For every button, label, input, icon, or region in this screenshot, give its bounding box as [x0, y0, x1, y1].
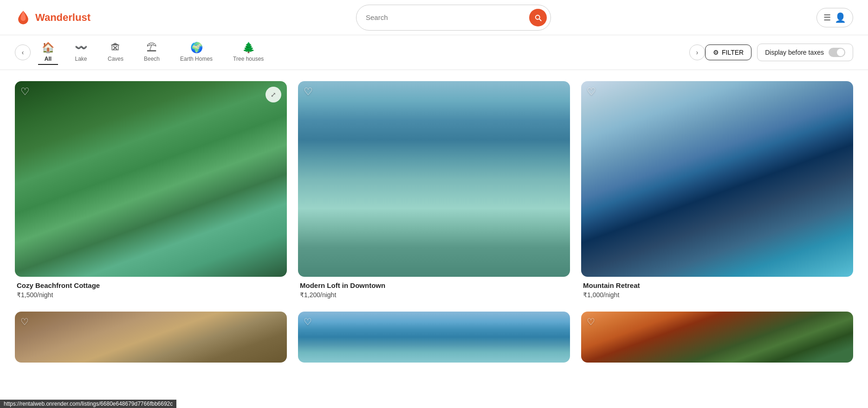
- logo[interactable]: Wanderlust: [15, 9, 91, 26]
- wishlist-button-5[interactable]: ♡: [304, 316, 312, 327]
- logo-icon: [15, 9, 32, 26]
- listing-image-wrap-3: ♡: [581, 81, 853, 277]
- user-icon: 👤: [835, 12, 846, 23]
- bottom-card-6[interactable]: ♡: [581, 312, 853, 363]
- home-icon: 🏠: [42, 42, 54, 54]
- search-icon: [534, 13, 542, 22]
- listing-price-2: ₹1,200/night: [300, 291, 568, 299]
- lake-icon: 〰️: [75, 42, 87, 54]
- filter-label: FILTER: [722, 49, 744, 56]
- category-item-lake[interactable]: 〰️ Lake: [71, 40, 91, 65]
- search-button[interactable]: [529, 9, 547, 26]
- prev-category-button[interactable]: ‹: [15, 45, 31, 60]
- listing-card-3[interactable]: ♡ Mountain Retreat ₹1,000/night: [581, 81, 853, 300]
- category-item-all[interactable]: 🏠 All: [38, 40, 58, 65]
- listing-name-2: Modern Loft in Downtown: [300, 281, 568, 289]
- wishlist-button-6[interactable]: ♡: [587, 316, 595, 327]
- tree-houses-icon: 🌲: [242, 42, 255, 54]
- tax-toggle-label: Display before taxes: [765, 49, 824, 56]
- expand-button-1[interactable]: ⤢: [266, 87, 281, 102]
- earth-homes-icon: 🌍: [190, 42, 203, 54]
- listing-price-1: ₹1,500/night: [17, 291, 285, 299]
- category-label-earth-homes: Earth Homes: [180, 56, 213, 62]
- search-bar: [356, 5, 551, 31]
- filter-button[interactable]: ⚙ FILTER: [705, 45, 751, 60]
- beech-icon: ⛱: [147, 42, 157, 54]
- listing-info-2: Modern Loft in Downtown ₹1,200/night: [298, 277, 570, 300]
- listing-image-3: [581, 81, 853, 277]
- category-label-caves: Caves: [108, 56, 123, 62]
- search-input[interactable]: [366, 13, 529, 21]
- listing-image-wrap-1: ♡ ⤢: [15, 81, 287, 277]
- filter-icon: ⚙: [713, 49, 719, 56]
- category-item-beech[interactable]: ⛱ Beech: [140, 40, 163, 65]
- category-item-earth-homes[interactable]: 🌍 Earth Homes: [176, 40, 216, 65]
- listing-price-3: ₹1,000/night: [583, 291, 851, 299]
- toggle-switch[interactable]: [829, 48, 845, 57]
- listing-image-1: [15, 81, 287, 277]
- listing-card-2[interactable]: ♡ Modern Loft in Downtown ₹1,200/night: [298, 81, 570, 300]
- expand-icon-1: ⤢: [271, 91, 276, 98]
- chevron-left-icon: ‹: [22, 49, 24, 56]
- category-label-beech: Beech: [144, 56, 160, 62]
- listing-info-1: Cozy Beachfront Cottage ₹1,500/night: [15, 277, 287, 300]
- wishlist-button-3[interactable]: ♡: [587, 87, 596, 97]
- wishlist-button-1[interactable]: ♡: [20, 87, 30, 97]
- category-nav: ‹ 🏠 All 〰️ Lake 🏚 Caves ⛱ Beech 🌍 Earth …: [0, 35, 868, 70]
- hamburger-icon: ☰: [823, 13, 831, 23]
- listing-card-1[interactable]: ♡ ⤢ Cozy Beachfront Cottage ₹1,500/night: [15, 81, 287, 300]
- listing-image-2: [298, 81, 570, 277]
- wishlist-button-2[interactable]: ♡: [304, 87, 313, 97]
- bottom-card-5[interactable]: ♡: [298, 312, 570, 363]
- next-category-button[interactable]: ›: [689, 45, 705, 60]
- category-item-tree-houses[interactable]: 🌲 Tree houses: [229, 40, 267, 65]
- chevron-right-icon: ›: [696, 49, 699, 56]
- caves-icon: 🏚: [110, 42, 121, 54]
- listing-info-3: Mountain Retreat ₹1,000/night: [581, 277, 853, 300]
- categories-list: 🏠 All 〰️ Lake 🏚 Caves ⛱ Beech 🌍 Earth Ho…: [31, 40, 689, 65]
- logo-text: Wanderlust: [35, 12, 91, 24]
- wishlist-button-4[interactable]: ♡: [20, 316, 29, 327]
- listing-name-1: Cozy Beachfront Cottage: [17, 281, 285, 289]
- bottom-card-4[interactable]: ♡: [15, 312, 287, 363]
- listing-name-3: Mountain Retreat: [583, 281, 851, 289]
- category-item-caves[interactable]: 🏚 Caves: [104, 40, 127, 65]
- listings-container: ♡ ⤢ Cozy Beachfront Cottage ₹1,500/night…: [0, 70, 868, 312]
- listing-image-wrap-2: ♡: [298, 81, 570, 277]
- nav-controls: ⚙ FILTER Display before taxes: [705, 44, 853, 61]
- bottom-row: ♡ ♡ ♡: [0, 312, 868, 374]
- category-label-tree-houses: Tree houses: [233, 56, 264, 62]
- tax-toggle-button[interactable]: Display before taxes: [757, 44, 853, 61]
- header-menu-user[interactable]: ☰ 👤: [816, 8, 853, 27]
- header: Wanderlust ☰ 👤: [0, 0, 868, 35]
- category-label-all: All: [45, 56, 52, 62]
- listings-grid: ♡ ⤢ Cozy Beachfront Cottage ₹1,500/night…: [15, 81, 853, 300]
- category-label-lake: Lake: [75, 56, 87, 62]
